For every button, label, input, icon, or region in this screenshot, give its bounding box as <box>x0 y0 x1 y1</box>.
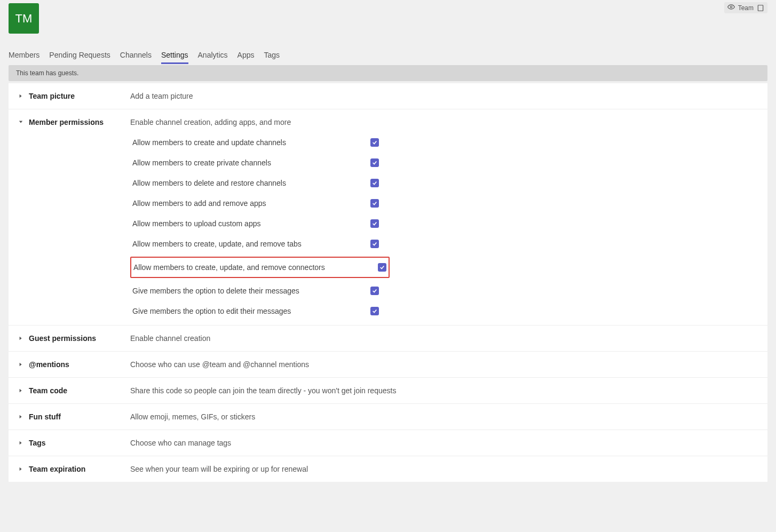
section-title: Team expiration <box>29 465 85 473</box>
option-label: Allow members to delete and restore chan… <box>132 179 286 187</box>
section-team-code[interactable]: Team code Share this code so people can … <box>9 378 767 404</box>
option-label: Allow members to create, update, and rem… <box>133 263 325 272</box>
section-mentions[interactable]: @mentions Choose who can use @team and @… <box>9 352 767 378</box>
option-manage-tabs: Allow members to create, update, and rem… <box>130 239 381 249</box>
section-desc: Allow emoji, memes, GIFs, or stickers <box>130 412 758 421</box>
team-avatar: TM <box>9 3 39 34</box>
option-label: Give members the option to edit their me… <box>132 307 291 315</box>
tab-analytics[interactable]: Analytics <box>198 51 228 64</box>
tab-bar: Members Pending Requests Channels Settin… <box>9 51 767 64</box>
tab-tags[interactable]: Tags <box>264 51 280 64</box>
option-add-remove-apps: Allow members to add and remove apps <box>130 198 381 209</box>
chevron-right-icon <box>18 94 23 98</box>
option-label: Allow members to create private channels <box>132 158 271 167</box>
option-label: Allow members to add and remove apps <box>132 199 266 208</box>
section-guest-permissions[interactable]: Guest permissions Enable channel creatio… <box>9 325 767 352</box>
tab-members[interactable]: Members <box>9 51 39 64</box>
checkbox[interactable] <box>378 263 386 272</box>
tab-settings[interactable]: Settings <box>161 51 188 64</box>
section-fun-stuff[interactable]: Fun stuff Allow emoji, memes, GIFs, or s… <box>9 404 767 430</box>
section-desc: See when your team will be expiring or u… <box>130 465 758 473</box>
section-desc: Add a team picture <box>130 92 758 100</box>
section-member-permissions: Member permissions Enable channel creati… <box>9 109 767 325</box>
chevron-right-icon <box>18 336 23 340</box>
tab-pending-requests[interactable]: Pending Requests <box>49 51 110 64</box>
option-delete-messages: Give members the option to delete their … <box>130 285 381 296</box>
settings-panel: Team picture Add a team picture Member p… <box>9 83 767 482</box>
section-title: Fun stuff <box>29 412 61 421</box>
option-label: Allow members to create, update, and rem… <box>132 240 302 248</box>
checkbox[interactable] <box>370 219 379 228</box>
option-create-update-channels: Allow members to create and update chann… <box>130 137 381 148</box>
svg-rect-1 <box>758 5 763 11</box>
checkbox[interactable] <box>370 138 379 147</box>
chevron-right-icon <box>18 467 23 471</box>
team-visibility-badge[interactable]: Team <box>724 2 767 13</box>
member-permissions-options: Allow members to create and update chann… <box>130 137 758 316</box>
org-icon <box>757 4 764 12</box>
section-tags[interactable]: Tags Choose who can manage tags <box>9 430 767 456</box>
checkbox[interactable] <box>370 179 379 187</box>
option-manage-connectors: Allow members to create, update, and rem… <box>130 257 390 278</box>
option-upload-custom-apps: Allow members to upload custom apps <box>130 218 381 229</box>
eye-icon <box>727 3 735 12</box>
section-desc: Enable channel creation, adding apps, an… <box>130 118 758 126</box>
guest-notice: This team has guests. <box>9 65 767 81</box>
svg-point-0 <box>730 6 732 8</box>
tab-apps[interactable]: Apps <box>237 51 255 64</box>
option-edit-messages: Give members the option to edit their me… <box>130 306 381 316</box>
checkbox[interactable] <box>370 287 379 295</box>
section-team-expiration[interactable]: Team expiration See when your team will … <box>9 456 767 482</box>
option-create-private-channels: Allow members to create private channels <box>130 157 381 168</box>
section-title: Tags <box>29 439 46 447</box>
option-label: Allow members to upload custom apps <box>132 219 260 228</box>
tab-channels[interactable]: Channels <box>120 51 152 64</box>
section-title: Team code <box>29 386 67 395</box>
section-team-picture[interactable]: Team picture Add a team picture <box>9 83 767 109</box>
checkbox[interactable] <box>370 199 379 208</box>
option-delete-restore-channels: Allow members to delete and restore chan… <box>130 178 381 188</box>
option-label: Give members the option to delete their … <box>132 287 299 295</box>
section-desc: Enable channel creation <box>130 334 758 343</box>
chevron-right-icon <box>18 388 23 393</box>
team-badge-label: Team <box>738 4 754 12</box>
section-title: Guest permissions <box>29 334 96 343</box>
checkbox[interactable] <box>370 307 379 315</box>
chevron-down-icon[interactable] <box>18 120 23 124</box>
section-desc: Share this code so people can join the t… <box>130 386 758 395</box>
chevron-right-icon <box>18 415 23 419</box>
section-title: @mentions <box>29 360 69 369</box>
checkbox[interactable] <box>370 158 379 167</box>
section-desc: Choose who can use @team and @channel me… <box>130 360 758 369</box>
section-desc: Choose who can manage tags <box>130 439 758 447</box>
section-title: Team picture <box>29 92 75 100</box>
chevron-right-icon <box>18 362 23 367</box>
section-title: Member permissions <box>29 118 104 126</box>
chevron-right-icon <box>18 441 23 445</box>
option-label: Allow members to create and update chann… <box>132 138 286 147</box>
checkbox[interactable] <box>370 240 379 248</box>
